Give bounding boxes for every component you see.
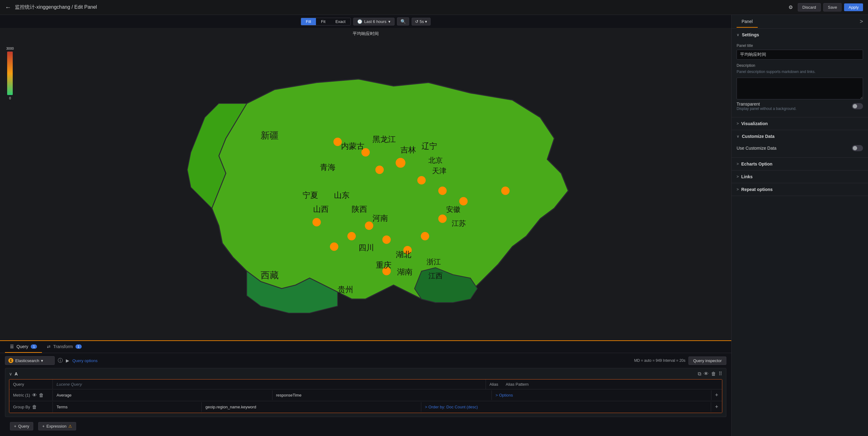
query-tab[interactable]: ☰ Query 1 (5, 341, 42, 353)
warning-icon: ⚠ (68, 424, 72, 429)
info-icon[interactable]: ⓘ (58, 357, 63, 364)
groupby-order[interactable]: > Order by: Doc Count (desc) (421, 402, 711, 412)
metric-type[interactable]: Average (53, 391, 273, 400)
drag-icon[interactable]: ⠿ (719, 371, 722, 377)
center-area: Fill Fit Exact 🕐 Last 6 hours ▾ 🔍 ↺ 5s ▾… (0, 15, 731, 436)
svg-point-5 (438, 187, 447, 195)
links-title: Links (741, 174, 753, 179)
add-query-button[interactable]: + Query (10, 422, 33, 430)
svg-text:江西: 江西 (429, 272, 443, 280)
svg-text:西藏: 西藏 (261, 270, 279, 280)
query-inspector-button[interactable]: Query inspector (688, 356, 726, 365)
svg-text:北京: 北京 (429, 157, 443, 164)
query-row: Query Lucene Query Alias Alias Pattern (9, 379, 722, 390)
svg-point-4 (417, 176, 426, 184)
svg-text:辽宁: 辽宁 (422, 142, 437, 151)
visualization-toggle: > (737, 121, 739, 126)
transparent-toggle[interactable] (852, 103, 863, 109)
groupby-add-icon[interactable]: + (711, 401, 722, 413)
settings-toggle: ∨ (737, 33, 739, 37)
query-block-name: A (14, 371, 695, 376)
svg-point-11 (365, 222, 373, 230)
fit-tab[interactable]: Fit (316, 18, 330, 25)
groupby-delete-icon[interactable]: 🗑 (32, 404, 37, 410)
datasource-name: Elasticsearch (15, 359, 39, 363)
query-tab-badge: 1 (31, 344, 37, 349)
query-block-actions: ⧉ 👁 🗑 ⠿ (698, 371, 722, 377)
fill-tab[interactable]: Fill (301, 18, 316, 25)
query-block-header: ∨ A ⧉ 👁 🗑 ⠿ (5, 368, 726, 379)
time-range-button[interactable]: 🕐 Last 6 hours ▾ (353, 18, 395, 26)
refresh-button[interactable]: ↺ 5s ▾ (412, 18, 431, 26)
metric-options[interactable]: > Options (492, 391, 711, 400)
visualization-section[interactable]: > Visualization (732, 117, 868, 130)
repeat-section[interactable]: > Repeat options (732, 183, 868, 196)
svg-text:安徽: 安徽 (446, 206, 460, 213)
use-customize-label: Use Customize Data (737, 146, 776, 151)
collapse-icon[interactable]: > (860, 18, 863, 25)
svg-point-2 (376, 166, 384, 174)
groupby-type[interactable]: Terms (53, 402, 202, 412)
groupby-label: Group By 🗑 (9, 402, 53, 412)
transform-tab-badge: 1 (75, 344, 82, 349)
save-button[interactable]: Save (823, 3, 842, 11)
svg-text:内蒙古: 内蒙古 (341, 142, 364, 151)
query-rows-box: Query Lucene Query Alias Alias Pattern M… (9, 379, 722, 413)
transform-tab-label: Transform (53, 344, 73, 349)
settings-section-header[interactable]: ∨ Settings (732, 29, 868, 41)
settings-section: ∨ Settings Panel title Description Panel… (732, 29, 868, 117)
zoom-icon[interactable]: 🔍 (397, 18, 409, 26)
query-block-a: ∨ A ⧉ 👁 🗑 ⠿ Query (5, 368, 726, 417)
panel-tab[interactable]: Panel (737, 16, 758, 28)
svg-text:天津: 天津 (432, 167, 446, 175)
description-help: Panel description supports markdown and … (737, 69, 863, 74)
metric-hide-icon[interactable]: 👁 (32, 393, 37, 398)
chevron-down-icon: ▾ (388, 19, 391, 24)
transform-tab[interactable]: ⇄ Transform 1 (42, 341, 86, 353)
main-layout: Fill Fit Exact 🕐 Last 6 hours ▾ 🔍 ↺ 5s ▾… (0, 15, 868, 436)
refresh-icon: ↺ (415, 19, 418, 24)
repeat-title: Repeat options (741, 187, 773, 192)
page-title: 监控统计-xinggengchang / Edit Panel (15, 4, 97, 10)
query-block-toggle[interactable]: ∨ (9, 371, 12, 376)
alias-input[interactable]: Alias Pattern (502, 379, 722, 389)
datasource-select[interactable]: E Elasticsearch ▾ (5, 356, 55, 365)
metric-field[interactable]: responseTime (273, 391, 492, 400)
links-section[interactable]: > Links (732, 170, 868, 183)
metric-add-icon[interactable]: + (711, 390, 722, 401)
duplicate-icon[interactable]: ⧉ (698, 371, 701, 377)
transparent-desc: Display panel without a background. (737, 106, 797, 111)
use-customize-toggle[interactable] (852, 145, 863, 151)
svg-text:湖南: 湖南 (397, 268, 412, 276)
echarts-toggle: > (737, 162, 739, 166)
elasticsearch-icon: E (8, 358, 13, 363)
apply-button[interactable]: Apply (844, 3, 863, 11)
back-button[interactable]: ← (5, 4, 11, 11)
add-expression-button[interactable]: + Expression ⚠ (38, 422, 76, 430)
echarts-section[interactable]: > Echarts Option (732, 158, 868, 170)
settings-icon[interactable]: ⚙ (786, 3, 795, 12)
query-tab-label: Query (17, 344, 28, 349)
panel-title-input[interactable] (737, 50, 863, 60)
query-options-link[interactable]: Query options (72, 359, 98, 363)
svg-text:青海: 青海 (320, 163, 336, 172)
groupby-field[interactable]: geoip.region_name.keyword (202, 402, 421, 412)
echarts-title: Echarts Option (741, 161, 772, 166)
svg-text:江苏: 江苏 (452, 220, 466, 227)
delete-icon[interactable]: 🗑 (711, 371, 716, 377)
description-textarea[interactable] (737, 77, 863, 99)
discard-button[interactable]: Discard (798, 3, 821, 11)
time-range-label: Last 6 hours (364, 19, 386, 24)
customize-data-content: Use Customize Data (732, 143, 868, 157)
add-expression-icon: + (42, 424, 45, 429)
right-panel: Panel > ∨ Settings Panel title Descripti… (731, 15, 868, 436)
customize-data-header[interactable]: ∨ Customize Data (732, 130, 868, 143)
settings-title: Settings (742, 32, 759, 37)
query-label: Query (9, 379, 53, 389)
metric-delete-icon[interactable]: 🗑 (39, 393, 44, 398)
hide-icon[interactable]: 👁 (704, 371, 709, 377)
query-editor: E Elasticsearch ▾ ⓘ ▶ Query options MD =… (0, 353, 731, 436)
svg-text:贵州: 贵州 (338, 285, 353, 294)
lucene-query-input[interactable]: Lucene Query (53, 379, 486, 389)
exact-tab[interactable]: Exact (331, 18, 351, 25)
